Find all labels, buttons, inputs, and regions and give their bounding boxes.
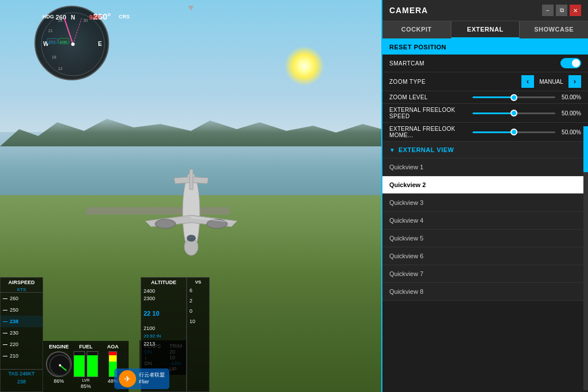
svg-point-4 <box>187 235 196 242</box>
baro-value: 29.92 IN <box>141 332 186 340</box>
svg-text:E: E <box>98 41 102 47</box>
sun <box>284 46 324 86</box>
maximize-button[interactable]: ⧉ <box>556 5 567 16</box>
airspeed-bottom-value: 238 <box>1 378 42 386</box>
scrollbar-thumb[interactable] <box>583 126 588 172</box>
svg-text:30: 30 <box>83 18 88 22</box>
vs-0: 0 <box>189 308 207 314</box>
vs-10: 10 <box>189 319 207 324</box>
quickview-item-3[interactable]: Quickview 3 <box>382 194 588 212</box>
scrollbar-track[interactable] <box>583 126 588 390</box>
freelook-mome-value: 50.00% <box>555 129 581 135</box>
mountains <box>0 112 382 146</box>
zoom-type-prev[interactable]: ‹ <box>521 75 534 88</box>
freelook-speed-slider-container <box>473 112 556 114</box>
alt-current: 22 10 <box>144 310 184 317</box>
close-button[interactable]: ✕ <box>570 5 581 16</box>
fuel-bar-right <box>87 351 98 377</box>
fuel-label: FUEL <box>73 344 99 350</box>
camera-panel: CAMERA − ⧉ ✕ COCKPIT EXTERNAL SHOWCASE R… <box>381 0 588 392</box>
engine-instrument: ENGINE 86% <box>46 344 72 389</box>
camera-tabs: COCKPIT EXTERNAL SHOWCASE <box>382 21 588 40</box>
tab-showcase[interactable]: SHOWCASE <box>520 21 588 38</box>
quickview-item-7[interactable]: Quickview 7 <box>382 265 588 283</box>
svg-text:21: 21 <box>48 29 53 33</box>
watermark-icon: ✈ <box>119 370 136 387</box>
zoom-level-row: ZOOM LEVEL 50.00% <box>382 91 588 104</box>
svg-point-1 <box>155 219 176 228</box>
quickview-item-8[interactable]: Quickview 8 <box>382 283 588 301</box>
smartcam-row: SMARTCAM <box>382 55 588 72</box>
external-view-title: EXTERNAL VIEW <box>399 146 454 153</box>
quickview-item-5[interactable]: Quickview 5 <box>382 230 588 247</box>
fuel-value: 85% <box>73 383 99 389</box>
fuel-instrument: FUEL LVR 85% <box>73 344 99 389</box>
zoom-type-next[interactable]: › <box>568 75 581 88</box>
watermark: ✈ 行云者联盟 Flier <box>114 368 169 389</box>
svg-text:ENR: ENR <box>60 40 68 44</box>
camera-header: CAMERA − ⧉ ✕ <box>382 0 588 21</box>
quickview-item-4[interactable]: Quickview 4 <box>382 212 588 230</box>
vs-label: VS <box>187 278 209 286</box>
zoom-level-thumb[interactable] <box>510 94 517 101</box>
svg-point-20 <box>71 42 75 46</box>
airspeed-label: AIRSPEED <box>1 278 42 287</box>
airspeed-panel: AIRSPEED KTS 260 250 238 230 220 210 TAS… <box>0 277 43 392</box>
smartcam-toggle[interactable] <box>560 58 581 68</box>
zoom-type-control: ‹ MANUAL › <box>521 75 581 88</box>
zoom-level-track[interactable] <box>473 96 556 98</box>
svg-point-22 <box>59 364 61 367</box>
compass: HDG 260 260° N W E 24 30 21 18 12 FPS <box>34 6 109 80</box>
engine-gauge <box>46 351 72 377</box>
tab-cockpit[interactable]: COCKPIT <box>382 21 451 38</box>
baro-alt: 2213 <box>141 340 186 348</box>
minimize-button[interactable]: − <box>542 5 554 16</box>
window-controls: − ⧉ ✕ <box>542 5 581 16</box>
smartcam-label: SMARTCAM <box>389 60 560 67</box>
quickview-item-2[interactable]: Quickview 2 <box>382 176 588 194</box>
vs-6: 6 <box>189 288 207 293</box>
zoom-type-value: MANUAL <box>537 79 566 85</box>
engine-value: 86% <box>46 378 72 384</box>
zoom-level-value: 50.00% <box>555 94 581 100</box>
flight-background: ▼ HDG 260 260° <box>0 0 382 392</box>
reset-position-button[interactable]: RESET POSITION <box>382 40 588 55</box>
quickview-item-6[interactable]: Quickview 6 <box>382 247 588 265</box>
airspeed-tape: 260 250 238 230 220 210 <box>1 292 42 370</box>
svg-text:18: 18 <box>52 55 56 59</box>
section-collapse-icon: ▼ <box>389 147 395 153</box>
external-view-section[interactable]: ▼ EXTERNAL VIEW <box>382 142 588 158</box>
alt-2400: 2400 <box>144 288 184 294</box>
quickview-list: Quickview 1 Quickview 2 Quickview 3 Quic… <box>382 158 588 392</box>
crs-label: CRS <box>119 14 130 20</box>
crs-value: 940° <box>89 14 102 21</box>
freelook-mome-thumb[interactable] <box>510 129 517 135</box>
tab-external[interactable]: EXTERNAL <box>451 21 520 38</box>
svg-text:N: N <box>71 14 75 21</box>
vs-panel: VS 6 2 0 10 <box>187 277 210 392</box>
freelook-mome-track[interactable] <box>473 131 556 133</box>
quickview-item-1[interactable]: Quickview 1 <box>382 158 588 176</box>
lvr-label: LVR <box>73 378 99 382</box>
airplane <box>111 155 272 270</box>
svg-line-15 <box>73 18 82 44</box>
toggle-knob <box>572 59 580 67</box>
airspeed-unit: KTS <box>1 287 42 292</box>
fuel-bar-left <box>74 351 85 377</box>
alt-2300: 2300 <box>144 296 184 301</box>
aoa-label: AOA <box>100 344 126 350</box>
altitude-label: ALTITUDE <box>141 278 186 287</box>
freelook-mome-fill <box>473 131 514 133</box>
svg-text:12: 12 <box>58 67 63 71</box>
zoom-type-row: ZOOM TYPE ‹ MANUAL › <box>382 72 588 91</box>
freelook-speed-value: 50.00% <box>555 110 581 117</box>
airspeed-tas: TAS 246KT <box>1 370 42 378</box>
freelook-speed-track[interactable] <box>473 112 556 114</box>
freelook-speed-thumb[interactable] <box>510 110 517 117</box>
zoom-level-label: ZOOM LEVEL <box>389 94 473 100</box>
freelook-speed-label: EXTERNAL FREELOOK SPEED <box>389 107 473 119</box>
vs-2: 2 <box>189 298 207 304</box>
freelook-mome-row: EXTERNAL FREELOOK MOME... 50.00% <box>382 123 588 142</box>
freelook-mome-slider-container <box>473 131 556 133</box>
freelook-speed-fill <box>473 112 514 114</box>
